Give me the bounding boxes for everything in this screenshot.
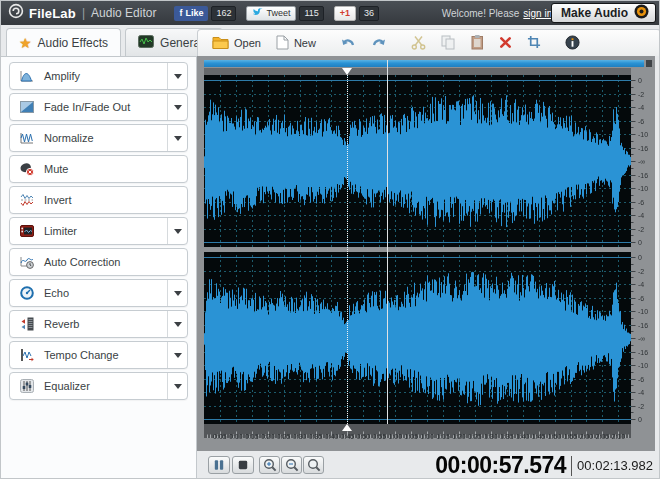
crop-icon bbox=[527, 35, 541, 51]
time-tick-label: 1:10 bbox=[420, 433, 434, 440]
delete-button[interactable] bbox=[495, 34, 516, 53]
tweet-button[interactable]: Tweet bbox=[246, 6, 296, 21]
header-bar: FileLab | Audio Editor f Like 162 Tweet bbox=[1, 1, 660, 25]
waveform-display[interactable] bbox=[204, 75, 631, 424]
facebook-icon: f bbox=[179, 8, 182, 18]
copy-button bbox=[437, 33, 459, 54]
stop-button[interactable] bbox=[232, 456, 254, 474]
equalizer-icon bbox=[10, 378, 44, 394]
db-tick-label: -10 bbox=[638, 308, 648, 315]
tweet-label: Tweet bbox=[266, 8, 290, 18]
logo[interactable]: FileLab | Audio Editor bbox=[8, 3, 156, 23]
time-tick-label: 1:55 bbox=[564, 433, 578, 440]
db-tick-label: -16 bbox=[638, 171, 648, 178]
new-label: New bbox=[294, 37, 316, 49]
effect-invert[interactable]: Invert bbox=[9, 186, 188, 214]
effect-mute[interactable]: Mute bbox=[9, 155, 188, 183]
facebook-like-button[interactable]: f Like bbox=[174, 6, 208, 21]
scrollbar-endcap[interactable] bbox=[646, 60, 652, 67]
sign-in-link[interactable]: sign in bbox=[523, 8, 552, 19]
db-tick-label: -∞ bbox=[638, 335, 645, 342]
db-tick-label: -2 bbox=[638, 402, 644, 409]
effect-dropdown-arrow[interactable] bbox=[167, 94, 187, 120]
effect-label: Mute bbox=[44, 163, 187, 175]
total-time: 00:02:13.982 bbox=[577, 458, 653, 473]
time-tick-label: 0:55 bbox=[372, 433, 386, 440]
waveform-scrollbar[interactable] bbox=[204, 60, 644, 67]
effect-dropdown-arrow[interactable] bbox=[167, 311, 187, 337]
redo-button[interactable] bbox=[367, 34, 391, 53]
db-tick-label: 0 bbox=[638, 77, 642, 84]
open-button[interactable]: Open bbox=[208, 33, 265, 53]
effect-dropdown-arrow[interactable] bbox=[167, 280, 187, 306]
zoom-out-button[interactable] bbox=[281, 456, 302, 474]
chevron-down-icon bbox=[174, 322, 182, 327]
info-button[interactable] bbox=[561, 33, 584, 54]
effect-dropdown-arrow[interactable] bbox=[167, 373, 187, 399]
cut-button bbox=[407, 33, 430, 54]
effect-label: Limiter bbox=[44, 225, 167, 237]
db-tick-label: -16 bbox=[638, 348, 648, 355]
pause-button[interactable] bbox=[208, 456, 230, 474]
folder-icon bbox=[212, 35, 229, 51]
time-tick-label: 1:25 bbox=[468, 433, 482, 440]
app-title: Audio Editor bbox=[91, 6, 156, 20]
effect-dropdown-arrow[interactable] bbox=[167, 63, 187, 89]
zoom-in-button[interactable] bbox=[259, 456, 280, 474]
effect-echo[interactable]: Echo bbox=[9, 279, 188, 307]
social-buttons: f Like 162 Tweet 115 +1 36 bbox=[174, 6, 379, 21]
selection-cursor-line bbox=[347, 68, 348, 424]
time-tick-label: 1:05 bbox=[404, 433, 418, 440]
plus-one-label: +1 bbox=[340, 8, 350, 18]
selection-marker-top[interactable] bbox=[342, 68, 352, 75]
effect-dropdown-arrow[interactable] bbox=[167, 342, 187, 368]
invert-icon bbox=[10, 192, 44, 208]
effect-dropdown-arrow[interactable] bbox=[167, 125, 187, 151]
new-button[interactable]: New bbox=[272, 33, 320, 54]
effect-amplify[interactable]: Amplify bbox=[9, 62, 188, 90]
marker-strip[interactable] bbox=[204, 68, 631, 75]
zoom-full-button[interactable] bbox=[303, 456, 324, 474]
chevron-down-icon bbox=[174, 353, 182, 358]
tweet-count: 115 bbox=[299, 6, 323, 21]
effect-normalize[interactable]: Normalize bbox=[9, 124, 188, 152]
effect-auto-correction[interactable]: Auto Correction bbox=[9, 248, 188, 276]
db-tick-label: -6 bbox=[638, 294, 644, 301]
effects-panel: AmplifyFade In/Fade OutNormalizeMuteInve… bbox=[1, 56, 197, 479]
effect-fade-in-fade-out[interactable]: Fade In/Fade Out bbox=[9, 93, 188, 121]
delete-icon bbox=[499, 36, 512, 51]
time-tick-label: 2:00 bbox=[580, 433, 594, 440]
effect-limiter[interactable]: Limiter bbox=[9, 217, 188, 245]
time-ruler[interactable] bbox=[204, 424, 631, 432]
playhead-line bbox=[387, 60, 388, 424]
selection-marker-bottom[interactable] bbox=[342, 424, 352, 431]
effect-label: Auto Correction bbox=[44, 256, 187, 268]
chevron-down-icon bbox=[174, 291, 182, 296]
effect-dropdown-arrow[interactable] bbox=[167, 218, 187, 244]
db-tick-label: -4 bbox=[638, 104, 644, 111]
db-tick-label: -2 bbox=[638, 267, 644, 274]
db-tick-label: -10 bbox=[638, 185, 648, 192]
chevron-down-icon bbox=[174, 105, 182, 110]
crop-button[interactable] bbox=[523, 33, 545, 53]
open-label: Open bbox=[234, 37, 261, 49]
effect-equalizer[interactable]: Equalizer bbox=[9, 372, 188, 400]
time-tick-label: 0:10 bbox=[229, 433, 243, 440]
tempo-icon bbox=[10, 347, 44, 363]
undo-button[interactable] bbox=[336, 34, 360, 53]
effect-label: Amplify bbox=[44, 70, 167, 82]
time-tick-label: 1:20 bbox=[452, 433, 466, 440]
make-audio-button[interactable]: Make Audio bbox=[551, 3, 656, 23]
effect-reverb[interactable]: Reverb bbox=[9, 310, 188, 338]
effect-tempo-change[interactable]: Tempo Change bbox=[9, 341, 188, 369]
time-tick-label: 1:15 bbox=[436, 433, 450, 440]
tab-audio-effects[interactable]: ★ Audio Effects bbox=[6, 28, 121, 57]
reverb-icon bbox=[10, 316, 44, 332]
paste-button bbox=[466, 32, 488, 54]
plus-one-button[interactable]: +1 bbox=[334, 6, 356, 21]
db-tick-label: 0 bbox=[638, 254, 642, 261]
time-display: 00:00:57.574 00:02:13.982 bbox=[435, 451, 653, 479]
effect-label: Normalize bbox=[44, 132, 167, 144]
time-tick-label: 1:35 bbox=[500, 433, 514, 440]
db-tick-label: -16 bbox=[638, 144, 648, 151]
